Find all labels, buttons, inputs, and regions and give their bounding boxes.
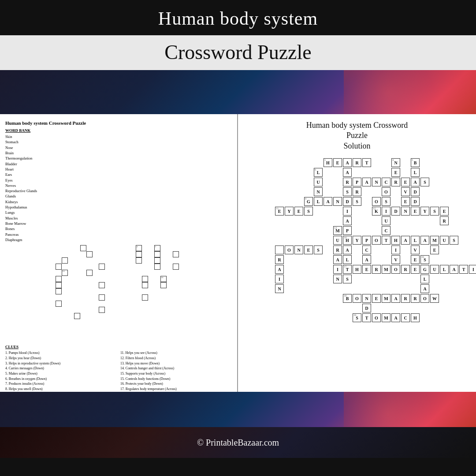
list-item: 12. Filters blood (Across) <box>120 356 232 361</box>
solution-title-line1: Human body system Crossword <box>243 120 471 130</box>
subtitle: Crossword Puzzle <box>0 41 476 64</box>
list-item: 1. Pumps blood (Across) <box>5 350 117 356</box>
solution-title-line2: Puzzle <box>243 130 471 141</box>
footer: © PrintableBazaar.com <box>0 427 476 458</box>
list-item: Heart <box>5 167 232 172</box>
clues-section: CLUES 1. Pumps blood (Across) 2. Helps y… <box>5 345 232 392</box>
header: Human body system <box>0 0 476 35</box>
list-item: 14. Controls hunger and thirst (Across) <box>120 366 232 371</box>
right-panel: Human body system Crossword Puzzle Solut… <box>238 114 476 392</box>
list-item: Lungs <box>5 210 232 215</box>
list-item: 15. Controls body functions (Down) <box>120 376 232 382</box>
solution-grid: 1H E A R T 4N 5B 6L A E L U <box>256 158 458 361</box>
list-item: 15. Supports your body (Across) <box>120 371 232 376</box>
list-item: Hypothalamus <box>5 205 232 210</box>
clues-label: CLUES <box>5 345 232 349</box>
decorative-banner <box>0 70 476 114</box>
list-item: Diaphragm <box>5 237 232 242</box>
solution-title: Human body system Crossword Puzzle Solut… <box>243 120 471 151</box>
main-title: Human body system <box>0 8 476 29</box>
word-bank-list: Skin Stomach Nose Brain Thermoregulation… <box>5 134 232 242</box>
list-item: 7. Produces insulin (Across) <box>5 381 117 387</box>
list-item: 5. Makes urine (Down) <box>5 371 117 376</box>
solution-title-line3: Solution <box>243 141 471 151</box>
word-bank-label: WORD BANK <box>5 128 232 133</box>
list-item: Thermoregulation <box>5 156 232 161</box>
crossword-grid[interactable]: 1 4 5 7 <box>49 245 188 342</box>
list-item: 4. Carries messages (Down) <box>5 366 117 371</box>
list-item: Nose <box>5 145 232 150</box>
list-item: Ears <box>5 172 232 177</box>
list-item: Skin <box>5 134 232 139</box>
copyright-text: © PrintableBazaar.com <box>197 438 279 448</box>
list-item: 3. Helps in reproductive system (Down) <box>5 361 117 366</box>
list-item: Eyes <box>5 178 232 183</box>
list-item: Bladder <box>5 161 232 167</box>
list-item: 8. Helps you smell (Down) <box>5 387 117 392</box>
footer-banner <box>0 392 476 427</box>
list-item: Brain <box>5 150 232 156</box>
list-item: Muscles <box>5 216 232 221</box>
list-item: Reproductive Glands <box>5 188 232 193</box>
subtitle-bar: Crossword Puzzle <box>0 35 476 70</box>
list-item: Bone Marrow <box>5 221 232 226</box>
list-item: Pancreas <box>5 232 232 237</box>
clues-list: 1. Pumps blood (Across) 2. Helps you hea… <box>5 350 232 392</box>
list-item: 17. Regulates body temperature (Across) <box>120 387 232 392</box>
list-item: Kidneys <box>5 199 232 205</box>
list-item: 6. Breathes in oxygen (Down) <box>5 376 117 382</box>
solution-grid-container: 1H E A R T 4N 5B 6L A E L U <box>243 158 471 361</box>
list-item: 11. Helps you see (Across) <box>120 350 232 356</box>
left-panel: Human body system Crossword Puzzle WORD … <box>0 114 238 392</box>
list-item: Bones <box>5 226 232 231</box>
list-item: Nerves <box>5 183 232 188</box>
list-item: 16. Protects your body (Down) <box>120 381 232 387</box>
list-item: Glands <box>5 193 232 199</box>
crossword-grid-area: 1 4 5 7 <box>5 245 232 342</box>
left-panel-title: Human body system Crossword Puzzle <box>5 120 232 126</box>
list-item: 2. Helps you hear (Down) <box>5 356 117 361</box>
list-item: Stomach <box>5 139 232 145</box>
list-item: 13. Helps you move (Down) <box>120 361 232 366</box>
main-content: Human body system Crossword Puzzle WORD … <box>0 114 476 392</box>
